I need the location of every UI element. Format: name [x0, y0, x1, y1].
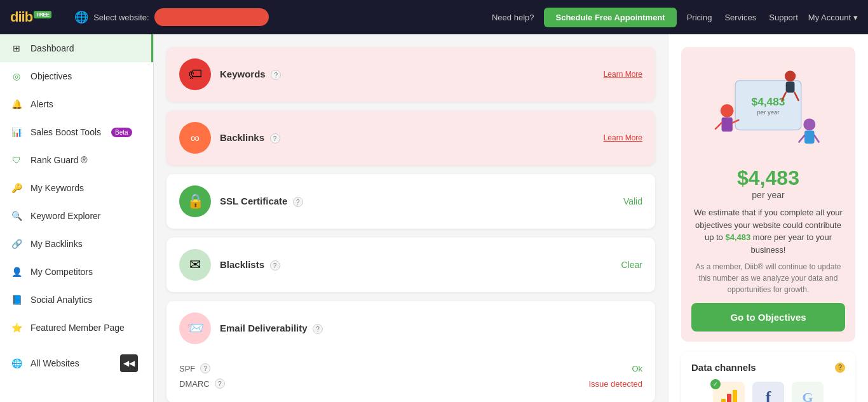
- sidebar-item-sales-boost[interactable]: 📊 Sales Boost Tools Beta: [0, 118, 153, 146]
- spf-row: SPF ? Ok: [179, 361, 642, 376]
- my-keywords-icon: 🔑: [10, 182, 23, 194]
- sidebar-item-alerts[interactable]: 🔔 Alerts: [0, 90, 153, 118]
- featured-member-icon: ⭐: [10, 321, 23, 334]
- data-channels-header: Data channels ?: [691, 362, 845, 373]
- sidebar-label-objectives: Objectives: [31, 71, 72, 81]
- ssl-help-icon[interactable]: ?: [293, 197, 303, 207]
- email-icon: 📨: [187, 320, 204, 337]
- value-amount: $4,483: [737, 166, 799, 190]
- sidebar-label-alerts: Alerts: [31, 99, 53, 109]
- backlinks-label: Backlinks ?: [220, 132, 280, 144]
- schedule-button[interactable]: Schedule Free Appointment: [544, 8, 676, 27]
- keywords-help-icon[interactable]: ?: [271, 70, 281, 80]
- alerts-icon: 🔔: [10, 98, 23, 111]
- support-link[interactable]: Support: [769, 13, 798, 22]
- svg-point-7: [721, 104, 734, 117]
- my-competitors-icon: 👤: [10, 265, 23, 278]
- dmarc-help-icon[interactable]: ?: [215, 379, 225, 389]
- spf-label: SPF ?: [179, 363, 210, 373]
- dashboard-icon: ⊞: [10, 42, 23, 55]
- sidebar-item-keyword-explorer[interactable]: 🔍 Keyword Explorer: [0, 202, 153, 230]
- website-selector: 🌐 Select website:: [74, 8, 268, 26]
- ssl-card: 🔒 SSL Certificate ? Valid: [166, 174, 655, 229]
- sidebar-collapse-button[interactable]: ◀◀: [120, 354, 138, 372]
- illustration: $4,483 per year: [691, 57, 845, 159]
- ssl-status: Valid: [623, 196, 642, 206]
- svg-point-11: [803, 118, 815, 130]
- blacklists-status: Clear: [621, 260, 642, 270]
- email-card: 📨 Email Deliverability ? SPF ? Ok: [166, 301, 655, 402]
- spf-help-icon[interactable]: ?: [200, 363, 210, 373]
- sidebar-label-my-backlinks: My Backlinks: [31, 239, 83, 249]
- data-channels-section: Data channels ? GoogleAnalytic: [681, 352, 855, 402]
- svg-line-13: [799, 135, 804, 142]
- email-label-wrap: Email Deliverability ?: [220, 323, 323, 335]
- sidebar-label-dashboard: Dashboard: [31, 43, 74, 53]
- keyword-explorer-icon: 🔍: [10, 210, 23, 222]
- backlinks-icon-wrap: ∞: [179, 122, 211, 154]
- backlinks-help-icon[interactable]: ?: [270, 133, 280, 144]
- connected-dot: [710, 379, 721, 389]
- sidebar-item-dashboard[interactable]: ⊞ Dashboard: [0, 34, 153, 62]
- value-section: $4,483 per year: [681, 47, 855, 342]
- backlinks-card: ∞ Backlinks ? Learn More: [166, 111, 655, 165]
- go-objectives-button[interactable]: Go to Objectives: [691, 303, 845, 332]
- main-layout: ⊞ Dashboard ◎ Objectives 🔔 Alerts 📊 Sale…: [0, 34, 868, 402]
- keywords-icon: 🏷: [188, 66, 202, 83]
- dmarc-row: DMARC ? Issue detected: [179, 376, 642, 391]
- ssl-icon: 🔒: [187, 193, 204, 210]
- sidebar-item-my-backlinks[interactable]: 🔗 My Backlinks: [0, 230, 153, 258]
- website-label: Select website:: [93, 13, 149, 22]
- email-card-header: 📨 Email Deliverability ?: [179, 312, 642, 344]
- dmarc-label: DMARC ?: [179, 379, 225, 389]
- sidebar-item-rank-guard[interactable]: 🛡 Rank Guard ®: [0, 146, 153, 174]
- svg-rect-16: [727, 394, 731, 402]
- sidebar-label-social-analytics: Social Analytics: [31, 295, 92, 305]
- svg-text:per year: per year: [757, 109, 780, 116]
- sidebar: ⊞ Dashboard ◎ Objectives 🔔 Alerts 📊 Sale…: [0, 34, 154, 402]
- sidebar-item-social-analytics[interactable]: 📘 Social Analytics: [0, 286, 153, 314]
- data-channels-title: Data channels: [691, 362, 756, 373]
- keywords-learn-more[interactable]: Learn More: [604, 70, 642, 79]
- svg-rect-12: [804, 130, 815, 144]
- svg-line-14: [815, 135, 819, 142]
- value-description: We estimate that if you complete all you…: [691, 206, 845, 256]
- svg-line-9: [715, 123, 722, 129]
- sidebar-item-my-competitors[interactable]: 👤 My Competitors: [0, 258, 153, 286]
- social-analytics-icon: 📘: [10, 293, 23, 306]
- my-account-label: My Account: [808, 13, 851, 22]
- sidebar-label-rank-guard: Rank Guard ®: [31, 155, 88, 165]
- svg-text:$4,483: $4,483: [752, 95, 785, 108]
- backlinks-icon: ∞: [191, 131, 200, 145]
- svg-rect-17: [733, 390, 737, 402]
- value-per-year: per year: [752, 190, 784, 200]
- blacklists-help-icon[interactable]: ?: [270, 260, 280, 271]
- my-account-menu[interactable]: My Account ▾: [808, 13, 858, 22]
- sidebar-item-all-websites[interactable]: 🌐 All Websites ◀◀: [0, 342, 153, 385]
- sidebar-label-keyword-explorer: Keyword Explorer: [31, 211, 101, 221]
- google-analytics-icon: [713, 382, 745, 402]
- svg-point-3: [785, 70, 796, 81]
- right-panel: $4,483 per year: [668, 34, 868, 402]
- email-help-icon[interactable]: ?: [313, 324, 323, 334]
- data-channels-list: GoogleAnalytics f Facebook G GoogleBusin…: [691, 382, 845, 402]
- channel-google-business[interactable]: G GoogleBusinessProfile: [792, 382, 824, 402]
- backlinks-learn-more[interactable]: Learn More: [604, 133, 642, 142]
- data-channels-help-icon[interactable]: ?: [835, 363, 845, 373]
- sidebar-item-objectives[interactable]: ◎ Objectives: [0, 62, 153, 90]
- beta-badge: Beta: [111, 128, 132, 137]
- sidebar-item-my-keywords[interactable]: 🔑 My Keywords: [0, 174, 153, 202]
- website-pill[interactable]: [154, 8, 269, 26]
- pricing-link[interactable]: Pricing: [687, 13, 712, 22]
- blacklists-card: ✉ Blacklists ? Clear: [166, 238, 655, 292]
- sales-boost-icon: 📊: [10, 126, 23, 138]
- channel-google-analytics[interactable]: GoogleAnalytics: [713, 382, 745, 402]
- need-help-text: Need help?: [492, 13, 534, 22]
- sidebar-label-my-competitors: My Competitors: [31, 267, 93, 277]
- globe-icon: 🌐: [74, 10, 88, 24]
- sidebar-item-featured-member[interactable]: ⭐ Featured Member Page: [0, 314, 153, 342]
- objectives-icon: ◎: [10, 70, 23, 83]
- services-link[interactable]: Services: [724, 13, 756, 22]
- channel-facebook[interactable]: f Facebook: [752, 382, 784, 402]
- all-websites-icon: 🌐: [10, 357, 23, 370]
